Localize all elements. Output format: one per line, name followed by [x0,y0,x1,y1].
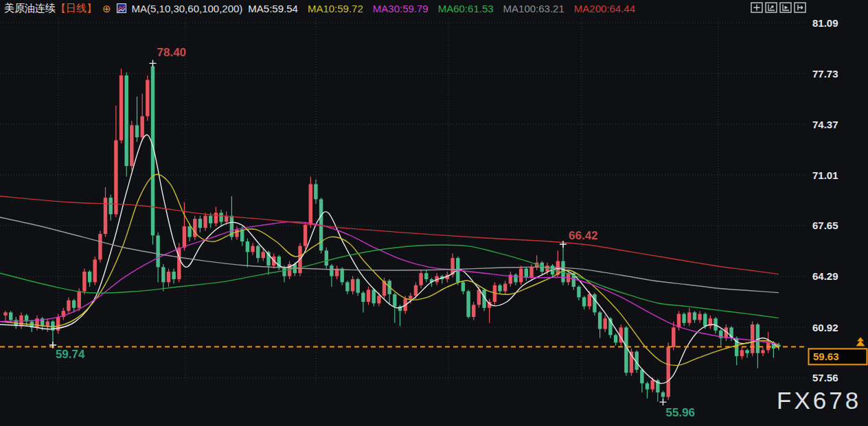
candle [514,273,517,285]
candle [51,320,54,345]
axis-play-icon[interactable] [779,2,792,13]
candle [682,312,685,326]
candle [82,269,86,294]
candle [304,222,307,249]
chart-header: 美原油连续【日线】 ⊕ MA(5,10,30,60,100,200) MA5:5… [4,1,635,15]
axis-tick-label: 57.56 [812,372,838,383]
candle [203,213,207,230]
candle [598,311,602,338]
axis-tick-label: 81.09 [812,17,838,29]
candle [119,69,123,143]
extreme-price-label: 66.42 [569,229,598,242]
price-up-arrow-icon [856,337,865,346]
axis-zoom-icon[interactable] [765,2,777,13]
ma-value: MA100:63.21 [503,3,564,14]
line-chart-icon[interactable] [117,3,126,13]
candle [761,347,764,356]
candlestick-chart[interactable]: 78.4066.4259.7455.9681.0977.7374.3771.01… [0,0,868,426]
candle [756,323,760,368]
candle [582,296,586,309]
candle [751,322,754,357]
candle [604,316,607,332]
candle [646,382,649,399]
axis-tick-label: 64.29 [812,270,838,282]
candle [424,270,428,283]
go-to-latest-icon[interactable] [794,2,806,13]
candle [114,106,117,217]
candles-layer [3,63,780,402]
candle [640,368,643,392]
candle [251,243,254,255]
candle [88,270,91,287]
instrument-name: 美原油连续 [4,2,56,14]
candle [219,210,222,226]
candle [529,264,533,281]
candle [466,289,470,318]
price-axis[interactable]: 81.0977.7374.3771.0167.6564.2960.9257.56 [812,17,838,384]
current-price-value: 59.63 [813,351,839,362]
period-tag[interactable]: 【日线】 [56,2,97,14]
candle [440,274,444,283]
candle [125,73,128,177]
candle [388,279,391,305]
candle [367,287,370,305]
candle [72,299,76,313]
candle [729,326,733,341]
candle [3,311,7,321]
candle [240,226,244,246]
axis-tick-label: 77.73 [812,68,838,80]
add-indicator-icon[interactable]: ⊕ [102,3,111,14]
extreme-price-label: 55.96 [666,406,696,419]
candle [62,308,65,320]
chart-window: 78.4066.4259.7455.9681.0977.7374.3771.01… [0,0,868,426]
current-price-box: 59.63 [809,337,867,364]
candle [335,265,339,279]
ma-value: MA10:59.72 [308,3,363,14]
candle [472,302,475,320]
candle [256,244,260,262]
candle [535,255,538,270]
candle [161,264,165,292]
extreme-price-label: 59.74 [56,348,85,361]
axis-tick-label: 67.65 [812,220,838,231]
ma-legend: MA5:59.54MA10:59.72MA30:59.79MA60:61.53M… [248,3,635,14]
candle [509,272,512,287]
candle [167,269,170,287]
axis-tick-label: 71.01 [812,169,838,181]
candle [309,176,312,228]
candle [561,244,564,285]
candle [361,292,365,313]
watermark: FX678 [777,387,861,414]
candle [477,287,481,308]
candle [614,333,617,346]
candle [314,180,317,204]
candle [667,342,670,400]
candle [519,265,523,285]
candle [193,216,196,240]
candle [198,216,202,233]
ma-value: MA5:59.54 [248,3,298,14]
candle [593,293,596,316]
candle [351,276,354,294]
candle [719,329,722,346]
price-cross-marker [150,60,157,67]
candle [141,93,144,140]
crosshair-icon[interactable] [751,2,763,13]
axis-tick-label: 74.37 [812,119,838,130]
ma-value: MA30:59.79 [373,3,429,14]
candle [151,63,155,244]
candle [540,261,544,275]
candle [345,281,349,294]
ma-settings-label[interactable]: MA(5,10,30,60,100,200) [132,3,243,14]
candle [745,348,749,357]
chart-toolbar [751,2,806,13]
candle [135,97,139,142]
candle [130,121,133,171]
extreme-price-label: 78.40 [157,46,187,59]
instrument-title: 美原油连续【日线】 [4,2,97,15]
axis-tick-label: 60.92 [812,322,838,333]
candle [325,248,328,269]
candle [146,75,149,121]
candle [109,195,113,220]
candle [93,257,97,285]
